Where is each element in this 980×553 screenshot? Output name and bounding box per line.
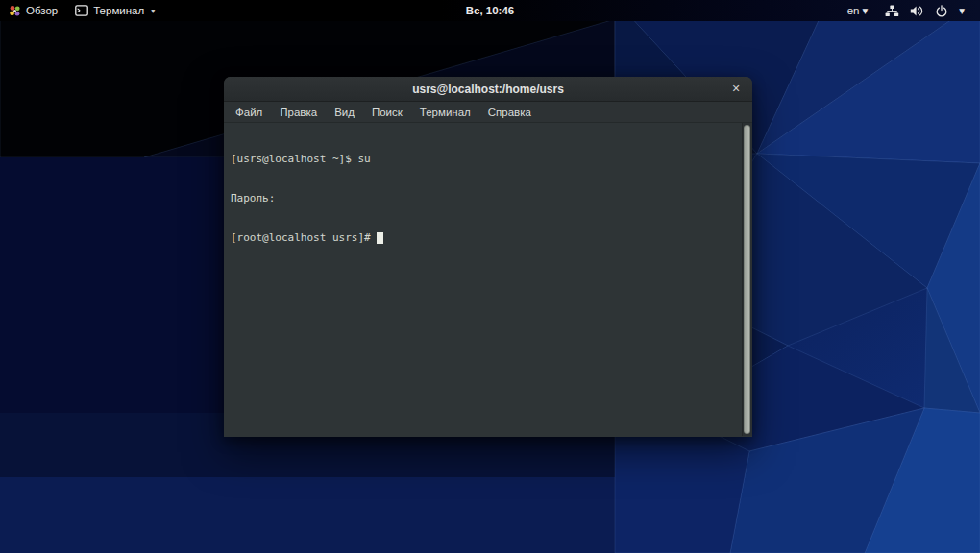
terminal-text: [usrs@localhost ~]$ su Пароль: [root@loc… [231, 127, 739, 271]
terminal-scrollbar[interactable] [742, 123, 752, 436]
terminal-menubar: Файл Правка Вид Поиск Терминал Справка [224, 102, 752, 123]
keyboard-layout-label: en [847, 5, 860, 16]
terminal-line: Пароль: [231, 192, 739, 205]
window-title: usrs@localhost:/home/usrs [412, 83, 564, 96]
chevron-down-icon: ▾ [959, 4, 965, 17]
terminal-line: [usrs@localhost ~]$ su [231, 153, 739, 166]
menu-file[interactable]: Файл [227, 102, 271, 122]
terminal-line: [root@localhost usrs]# [231, 231, 377, 245]
terminal-window: usrs@localhost:/home/usrs ✕ Файл Правка … [224, 77, 752, 437]
chevron-down-icon: ▾ [151, 7, 155, 15]
power-icon [935, 5, 948, 17]
network-wired-icon [885, 5, 899, 17]
scrollbar-thumb[interactable] [744, 125, 750, 434]
chevron-down-icon: ▾ [862, 4, 868, 17]
menu-view[interactable]: Вид [326, 102, 363, 122]
top-bar-right: en ▾ [840, 0, 980, 21]
activities-label: Обзор [26, 5, 58, 16]
window-titlebar[interactable]: usrs@localhost:/home/usrs ✕ [224, 77, 752, 102]
app-menu-label: Терминал [93, 5, 144, 16]
volume-icon [910, 5, 924, 17]
gnome-top-bar: Обзор Терминал ▾ Вс, 10:46 en ▾ [0, 0, 980, 21]
terminal-cursor [377, 232, 383, 244]
terminal-content[interactable]: [usrs@localhost ~]$ su Пароль: [root@loc… [224, 123, 752, 436]
menu-terminal[interactable]: Терминал [411, 102, 479, 122]
menu-search[interactable]: Поиск [363, 102, 411, 122]
menu-edit[interactable]: Правка [271, 102, 326, 122]
app-menu-button[interactable]: Терминал ▾ [66, 0, 163, 21]
distro-logo-icon [9, 5, 21, 17]
terminal-icon [75, 5, 88, 16]
menu-help[interactable]: Справка [479, 102, 540, 122]
top-bar-left: Обзор Терминал ▾ [0, 0, 163, 21]
keyboard-layout-button[interactable]: en ▾ [840, 0, 876, 21]
terminal-prompt-line: [root@localhost usrs]# [231, 231, 739, 245]
close-button[interactable]: ✕ [725, 77, 747, 101]
activities-button[interactable]: Обзор [0, 0, 66, 21]
system-menu-button[interactable]: ▾ [879, 0, 970, 21]
